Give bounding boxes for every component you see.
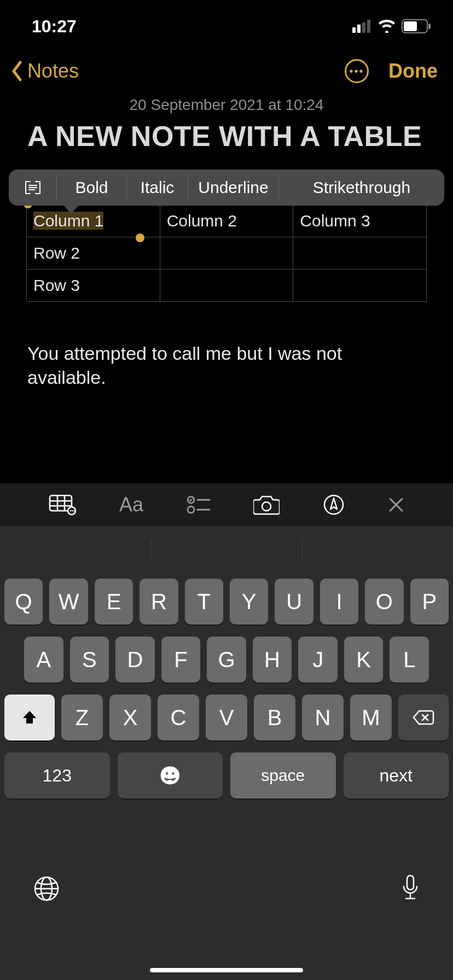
key-v[interactable]: V xyxy=(206,695,247,740)
checklist-icon xyxy=(187,495,211,514)
back-label: Notes xyxy=(27,60,79,83)
table-cell[interactable] xyxy=(160,269,293,301)
format-italic-button[interactable]: Italic xyxy=(127,175,188,200)
key-m[interactable]: M xyxy=(350,695,392,740)
selection-handle-icon[interactable] xyxy=(136,234,144,242)
done-button[interactable]: Done xyxy=(388,60,438,83)
keyboard: Q W E R T Y U I O P A S D F G H J K L Z … xyxy=(0,526,453,980)
home-indicator[interactable] xyxy=(150,968,303,972)
table-cell[interactable] xyxy=(293,237,427,269)
status-indicators xyxy=(352,19,431,33)
key-r[interactable]: R xyxy=(140,579,178,625)
key-a[interactable]: A xyxy=(24,637,63,682)
key-c[interactable]: C xyxy=(158,695,199,740)
table-cell[interactable] xyxy=(293,269,427,301)
svg-point-15 xyxy=(73,510,74,511)
camera-button[interactable] xyxy=(253,494,280,515)
key-s[interactable]: S xyxy=(70,637,109,682)
battery-icon xyxy=(402,19,431,33)
close-toolbar-button[interactable] xyxy=(388,497,404,513)
cell-signal-icon xyxy=(352,20,372,33)
svg-point-20 xyxy=(262,502,271,511)
note-title[interactable]: A NEW NOTE WITH A TABLE xyxy=(0,120,453,153)
wifi-icon xyxy=(378,20,396,33)
suggestion-slot[interactable] xyxy=(0,539,151,562)
format-bold-button[interactable]: Bold xyxy=(57,175,127,200)
table-row: Row 3 xyxy=(27,269,427,301)
note-table[interactable]: Column 1 Column 2 Column 3 Row 2 Row 3 xyxy=(26,205,427,302)
table-row: Row 2 xyxy=(27,237,427,269)
camera-icon xyxy=(253,494,280,515)
key-x[interactable]: X xyxy=(109,695,151,740)
next-key[interactable]: next xyxy=(344,752,449,798)
format-underline-button[interactable]: Underline xyxy=(188,175,279,200)
shift-key[interactable] xyxy=(4,695,55,740)
nav-bar: Notes ••• Done xyxy=(0,48,453,94)
key-b[interactable]: B xyxy=(254,695,295,740)
table-button[interactable] xyxy=(49,494,76,515)
status-time: 10:27 xyxy=(32,16,77,37)
svg-rect-6 xyxy=(428,24,431,29)
suggestion-bar xyxy=(0,526,453,575)
table-cell[interactable]: Column 2 xyxy=(160,205,293,237)
key-o[interactable]: O xyxy=(365,579,403,625)
svg-point-13 xyxy=(70,510,71,511)
globe-key[interactable] xyxy=(33,875,60,905)
back-button[interactable]: Notes xyxy=(8,59,79,83)
key-n[interactable]: N xyxy=(302,695,344,740)
chevron-left-icon xyxy=(8,59,26,83)
svg-rect-25 xyxy=(407,876,414,890)
key-k[interactable]: K xyxy=(344,637,384,682)
table-cell[interactable]: Column 3 xyxy=(293,205,427,237)
key-u[interactable]: U xyxy=(275,579,313,625)
key-t[interactable]: T xyxy=(185,579,223,625)
key-f[interactable]: F xyxy=(161,637,201,682)
key-row: Z X C V B N M xyxy=(4,695,449,740)
dictation-key[interactable] xyxy=(400,874,420,905)
key-z[interactable]: Z xyxy=(61,695,103,740)
close-icon xyxy=(388,497,404,513)
key-w[interactable]: W xyxy=(49,579,88,625)
key-y[interactable]: Y xyxy=(230,579,268,625)
svg-rect-5 xyxy=(404,21,417,31)
checklist-button[interactable] xyxy=(187,495,211,514)
format-strikethrough-button[interactable]: Strikethrough xyxy=(279,175,444,200)
text-style-button[interactable]: Aa xyxy=(119,493,143,516)
emoji-key[interactable]: 😀 xyxy=(118,752,223,798)
format-toolbar: Aa xyxy=(0,483,453,526)
key-l[interactable]: L xyxy=(390,637,429,682)
key-g[interactable]: G xyxy=(207,637,246,682)
key-q[interactable]: Q xyxy=(4,579,43,625)
key-row: Q W E R T Y U I O P xyxy=(4,579,449,625)
delete-key[interactable] xyxy=(398,695,449,740)
key-j[interactable]: J xyxy=(298,637,338,682)
space-key[interactable]: space xyxy=(230,752,336,798)
format-indent-icon xyxy=(25,180,41,195)
suggestion-slot[interactable] xyxy=(303,539,453,562)
table-row: Column 1 Column 2 Column 3 xyxy=(27,205,427,237)
key-e[interactable]: E xyxy=(95,579,133,625)
format-indent-button[interactable] xyxy=(9,175,57,200)
svg-point-14 xyxy=(72,510,73,511)
numbers-key[interactable]: 123 xyxy=(4,752,110,798)
key-p[interactable]: P xyxy=(410,579,449,625)
microphone-icon xyxy=(400,874,420,903)
table-icon xyxy=(49,494,76,515)
suggestion-slot[interactable] xyxy=(151,539,302,562)
key-d[interactable]: D xyxy=(115,637,155,682)
svg-rect-3 xyxy=(367,20,370,33)
key-h[interactable]: H xyxy=(253,637,292,682)
markup-button[interactable] xyxy=(323,494,345,516)
table-cell[interactable] xyxy=(160,237,293,269)
key-row: 123 😀 space next xyxy=(4,752,449,798)
svg-rect-0 xyxy=(352,27,356,33)
more-button[interactable]: ••• xyxy=(345,59,369,83)
table-cell[interactable]: Column 1 xyxy=(27,205,160,237)
svg-rect-1 xyxy=(357,25,361,33)
globe-icon xyxy=(33,875,60,902)
key-i[interactable]: I xyxy=(320,579,358,625)
key-row: A S D F G H J K L xyxy=(4,637,449,682)
table-cell[interactable]: Row 3 xyxy=(27,269,160,301)
note-body[interactable]: You attempted to call me but I was not a… xyxy=(0,302,453,389)
markup-icon xyxy=(323,494,345,516)
